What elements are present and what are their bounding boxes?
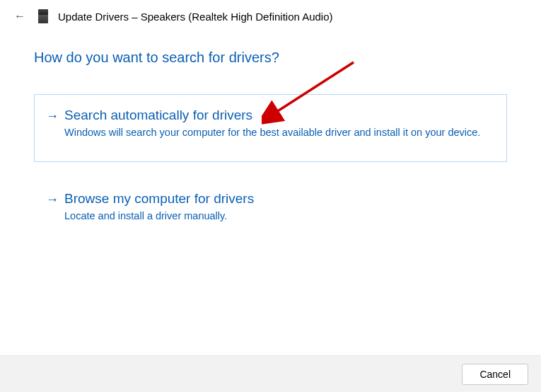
arrow-right-icon: → bbox=[46, 108, 57, 125]
option-title: Browse my computer for drivers bbox=[64, 191, 495, 207]
device-speaker-icon bbox=[38, 9, 48, 23]
option-content: Browse my computer for drivers Locate an… bbox=[64, 191, 495, 224]
option-content: Search automatically for drivers Windows… bbox=[64, 108, 495, 140]
page-heading: How do you want to search for drivers? bbox=[34, 50, 507, 66]
back-arrow-icon[interactable]: ← bbox=[11, 8, 28, 24]
option-description: Locate and install a driver manually. bbox=[64, 209, 495, 224]
window-title: Update Drivers – Speakers (Realtek High … bbox=[58, 11, 333, 23]
cancel-button[interactable]: Cancel bbox=[462, 364, 528, 385]
option-description: Windows will search your computer for th… bbox=[64, 126, 495, 140]
arrow-right-icon: → bbox=[46, 191, 57, 209]
option-title: Search automatically for drivers bbox=[64, 108, 495, 123]
titlebar: ← Update Drivers – Speakers (Realtek Hig… bbox=[0, 0, 541, 33]
option-browse-computer[interactable]: → Browse my computer for drivers Locate … bbox=[34, 178, 507, 246]
content-area: How do you want to search for drivers? →… bbox=[0, 33, 541, 245]
footer: Cancel bbox=[0, 355, 541, 392]
option-search-automatically[interactable]: → Search automatically for drivers Windo… bbox=[34, 94, 507, 162]
